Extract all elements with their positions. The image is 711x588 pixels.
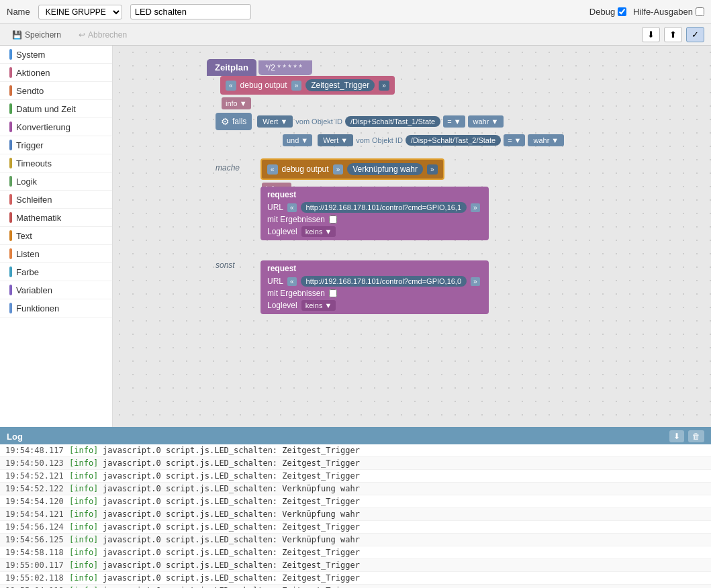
wert1-block[interactable]: Wert ▼ <box>257 115 293 128</box>
sidebar-item-sendto[interactable]: Sendto <box>0 82 112 100</box>
main-content: System Aktionen Sendto Datum und Zeit Ko… <box>0 46 711 427</box>
sidebar-item-schleifen[interactable]: Schleifen <box>0 191 112 209</box>
log-time: 19:55:02.118 <box>5 573 69 583</box>
debug1-info-dropdown[interactable]: info ▼ <box>222 97 251 109</box>
log-time: 19:54:56.125 <box>5 535 69 544</box>
sidebar-item-konvertierung[interactable]: Konvertierung <box>0 118 112 136</box>
cancel-button[interactable]: ↩ Abbrechen <box>73 28 132 42</box>
debug-output-1-block[interactable]: « debug output » Zeitgest_Trigger » info… <box>220 76 395 109</box>
timeouts-color <box>9 158 12 168</box>
log-time: 19:54:58.118 <box>5 548 69 557</box>
wahr1-block[interactable]: wahr ▼ <box>468 115 504 128</box>
trigger-color <box>9 140 12 150</box>
save-button[interactable]: 💾 Speichern <box>7 28 66 42</box>
log-message: javascript.0 script.js.LED_schalten: Ver… <box>103 484 706 493</box>
check-icon-btn[interactable]: ✓ <box>686 27 704 42</box>
debug1-value: Zeitgest_Trigger <box>305 79 375 91</box>
sonst-url-right-conn: » <box>471 277 480 286</box>
log-row: 19:54:52.122 [info] javascript.0 script.… <box>0 483 711 495</box>
debug1-right-arrow: » <box>291 81 302 91</box>
eq2-block[interactable]: = ▼ <box>504 134 525 146</box>
aktionen-color <box>9 67 12 78</box>
variablen-color <box>9 285 12 295</box>
falls-gear-icon: ⚙ <box>221 116 230 127</box>
sidebar-item-text[interactable]: Text <box>0 227 112 245</box>
zeitplan-block[interactable]: Zeitplan */2 * * * * * <box>207 59 312 76</box>
logik-color <box>9 176 12 187</box>
hilfe-label[interactable]: Hilfe-Ausgaben <box>633 7 704 17</box>
wert2-block[interactable]: Wert ▼ <box>318 134 353 146</box>
log-time: 19:54:50.123 <box>5 458 69 468</box>
log-level: [info] <box>69 535 103 544</box>
sonst-label: sonst <box>216 260 235 270</box>
download-icon-btn[interactable]: ⬇ <box>642 27 660 42</box>
wahr2-chevron: ▼ <box>551 136 559 144</box>
log-level: [info] <box>69 509 103 519</box>
mache-url-label: URL <box>267 203 283 212</box>
save-icon: 💾 <box>12 30 22 40</box>
hilfe-checkbox[interactable] <box>696 7 704 16</box>
sonst-mit-label: mit Ergebnissen <box>267 289 325 298</box>
upload-icon-btn[interactable]: ⬆ <box>664 27 682 42</box>
debug1-left-arrow: « <box>226 81 236 91</box>
cancel-icon: ↩ <box>79 30 85 40</box>
debug-label[interactable]: Debug <box>589 7 626 17</box>
log-message: javascript.0 script.js.LED_schalten: Zei… <box>103 548 706 557</box>
wahr2-block[interactable]: wahr ▼ <box>528 134 564 146</box>
mache-debug-value: Verknüpfung wahr <box>347 163 423 175</box>
sidebar-item-listen[interactable]: Listen <box>0 245 112 263</box>
sendto-color <box>9 85 12 96</box>
sidebar-item-variablen[interactable]: Variablen <box>0 281 112 299</box>
zeitplan-title: Zeitplan <box>215 62 248 72</box>
log-row: 19:54:58.118 [info] javascript.0 script.… <box>0 546 711 559</box>
log-level: [info] <box>69 471 103 481</box>
sidebar-item-logik[interactable]: Logik <box>0 173 112 191</box>
sidebar-item-system[interactable]: System <box>0 46 112 64</box>
mache-mit-checkbox[interactable] <box>329 215 337 224</box>
log-level: [info] <box>69 573 103 583</box>
log-message: javascript.0 script.js.LED_schalten: Zei… <box>103 446 706 455</box>
group-select[interactable]: KEINE GRUPPE <box>38 5 122 19</box>
log-row: 19:54:54.120 [info] javascript.0 script.… <box>0 495 711 508</box>
mache-loglevel-chevron: ▼ <box>324 228 332 236</box>
mache-loglevel-dropdown[interactable]: keins ▼ <box>301 226 336 237</box>
log-trash-btn[interactable]: 🗑 <box>688 430 704 442</box>
mache-url-right-conn: » <box>471 203 480 212</box>
log-message: javascript.0 script.js.LED_schalten: Zei… <box>103 560 706 570</box>
script-name-input[interactable] <box>130 4 251 19</box>
log-time: 19:54:48.117 <box>5 446 69 455</box>
sidebar-item-mathematik[interactable]: Mathematik <box>0 209 112 227</box>
sidebar-item-trigger[interactable]: Trigger <box>0 136 112 154</box>
mache-section: mache <box>216 163 240 173</box>
mache-request-label: request <box>267 190 482 199</box>
log-level: [info] <box>69 548 103 557</box>
mathematik-color <box>9 212 12 223</box>
eq2-chevron: ▼ <box>514 136 522 144</box>
toolbar-right: ⬇ ⬆ ✓ <box>642 27 704 42</box>
canvas-area[interactable]: Zeitplan */2 * * * * * « debug output » … <box>113 46 711 427</box>
sonst-request-block[interactable]: request URL « http://192.168.178.101/con… <box>260 260 489 314</box>
zeitplan-cron: */2 * * * * * <box>265 63 302 72</box>
listen-color <box>9 248 12 259</box>
toolbar: 💾 Speichern ↩ Abbrechen ⬇ ⬆ ✓ <box>0 24 711 46</box>
path2-value: /Disp+Schalt/Tast_2/State <box>406 135 501 146</box>
sonst-url-label: URL <box>267 277 283 286</box>
debug-checkbox[interactable] <box>618 7 626 16</box>
log-row: 19:55:00.117 [info] javascript.0 script.… <box>0 559 711 572</box>
log-download-btn[interactable]: ⬇ <box>669 430 684 442</box>
mache-request-block[interactable]: request URL « http://192.168.178.101/con… <box>260 187 489 240</box>
sidebar-item-timeouts[interactable]: Timeouts <box>0 154 112 173</box>
sidebar-item-funktionen[interactable]: Funktionen <box>0 299 112 317</box>
log-row: 19:54:48.117 [info] javascript.0 script.… <box>0 444 711 457</box>
eq1-block[interactable]: = ▼ <box>443 115 465 128</box>
sonst-loglevel-dropdown[interactable]: keins ▼ <box>301 300 336 311</box>
log-area: Log ⬇ 🗑 19:54:48.117 [info] javascript.0… <box>0 427 711 588</box>
sonst-mit-checkbox[interactable] <box>329 289 337 297</box>
mache-debug-close-arrow: » <box>427 164 438 175</box>
sidebar-item-aktionen[interactable]: Aktionen <box>0 64 112 82</box>
sidebar-item-farbe[interactable]: Farbe <box>0 263 112 281</box>
falls-block[interactable]: ⚙ falls Wert ▼ vom Objekt ID /Disp+Schal… <box>216 113 564 146</box>
log-row: 19:54:56.124 [info] javascript.0 script.… <box>0 521 711 534</box>
sidebar-item-datum[interactable]: Datum und Zeit <box>0 100 112 118</box>
und-block[interactable]: und ▼ <box>283 134 312 146</box>
